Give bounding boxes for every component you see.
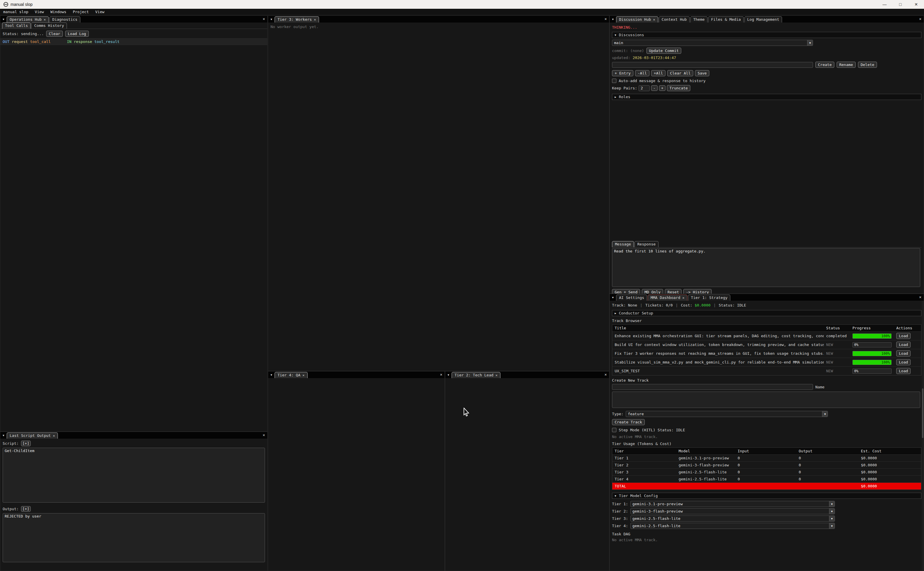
add-entry-button[interactable]: + Entry — [612, 70, 633, 76]
keep-pairs-input[interactable] — [639, 85, 650, 91]
tab-tier4-qa[interactable]: Tier 4: QA ✕ — [275, 372, 308, 378]
step-mode-checkbox[interactable] — [612, 428, 616, 432]
load-button[interactable]: Load — [896, 359, 910, 365]
dropdown-arrow-icon: ▼ — [829, 523, 835, 529]
close-icon[interactable]: ✕ — [919, 17, 921, 21]
save-button[interactable]: Save — [695, 70, 709, 76]
auto-add-checkbox[interactable] — [612, 79, 616, 83]
subtab-response[interactable]: Response — [634, 241, 659, 247]
step-mode-label: Step Mode (HITL) Status: IDLE — [619, 428, 685, 432]
scrollbar-thumb[interactable] — [922, 388, 923, 438]
minimize-button[interactable]: — — [877, 0, 892, 9]
discussion-name-input[interactable] — [612, 62, 813, 68]
close-icon[interactable]: ✕ — [53, 434, 55, 438]
tab-tier1-strategy[interactable]: Tier 1: Strategy — [688, 295, 730, 301]
menu-view-2[interactable]: View — [92, 10, 108, 14]
create-track-button[interactable]: Create Track — [612, 419, 645, 425]
load-button[interactable]: Load — [896, 333, 910, 339]
tier2-model-select[interactable]: gemini-3-flash-preview ▼ — [630, 508, 835, 514]
close-icon[interactable]: ✕ — [604, 372, 607, 377]
clear-button[interactable]: Clear — [46, 31, 63, 37]
discussions-collapsible-header[interactable]: ▼ Discussions — [612, 32, 921, 38]
close-icon[interactable]: ✕ — [604, 17, 607, 21]
tier4-model-select[interactable]: gemini-2.5-flash-lite ▼ — [630, 523, 835, 529]
truncate-button[interactable]: Truncate — [667, 85, 691, 91]
close-icon[interactable]: ✕ — [314, 17, 316, 22]
tab-diagnostics[interactable]: Diagnostics — [49, 16, 80, 23]
menu-project[interactable]: Project — [69, 10, 92, 14]
roles-collapsible-header[interactable]: ▶ Roles — [612, 94, 921, 100]
track-name-input[interactable] — [612, 384, 813, 390]
output-textarea[interactable]: REJECTED by user — [3, 513, 265, 562]
update-commit-button[interactable]: Update Commit — [647, 48, 682, 54]
dropdown-arrow-icon: ▼ — [807, 40, 813, 46]
tab-context-hub[interactable]: Context Hub — [659, 16, 690, 23]
close-icon[interactable]: ✕ — [919, 295, 921, 299]
delete-button[interactable]: Delete — [858, 62, 877, 68]
script-textarea[interactable]: Get-ChildItem — [3, 448, 265, 503]
window-menu-icon[interactable]: ▼ — [268, 373, 275, 377]
tab-tier2-tech-lead[interactable]: Tier 2: Tech Lead ✕ — [452, 372, 500, 378]
track-description-textarea[interactable] — [612, 392, 920, 408]
tab-discussion-hub[interactable]: Discussion Hub ✕ — [616, 16, 658, 23]
tab-mma-dashboard[interactable]: MMA Dashboard ✕ — [648, 295, 687, 301]
window-menu-icon[interactable]: ▼ — [610, 18, 616, 21]
close-button[interactable]: ✕ — [908, 0, 924, 9]
collapse-all-button[interactable]: -All — [635, 70, 649, 76]
tab-ai-settings[interactable]: AI Settings — [616, 295, 647, 301]
close-icon[interactable]: ✕ — [682, 296, 684, 300]
tab-log-management[interactable]: Log Management — [744, 16, 782, 23]
tier3-model-select[interactable]: gemini-2.5-flash-lite ▼ — [630, 515, 835, 522]
tab-operations-hub[interactable]: Operations Hub ✕ — [7, 16, 49, 23]
clear-all-button[interactable]: Clear All — [667, 70, 693, 76]
load-log-button[interactable]: Load Log — [65, 31, 89, 37]
track-type-select[interactable]: feature ▼ — [626, 411, 828, 417]
tier-model-config-header[interactable]: ▼ Tier Model Config — [612, 493, 921, 499]
load-button[interactable]: Load — [896, 350, 910, 356]
subtab-tool-calls[interactable]: Tool Calls — [2, 23, 31, 29]
tab-tier3-workers[interactable]: Tier 3: Workers ✕ — [275, 16, 319, 23]
discussion-select[interactable]: main ▼ — [612, 40, 813, 46]
close-icon[interactable]: ✕ — [44, 17, 46, 22]
tool-call-legend-row[interactable]: OUT request tool_call IN response tool_r… — [0, 38, 267, 45]
chevron-right-icon: ▶ — [614, 96, 616, 99]
type-label: Type: — [612, 412, 624, 416]
output-expand-button[interactable]: [+] — [21, 506, 31, 512]
subtab-comms-history[interactable]: Comms History — [31, 23, 67, 29]
mma-status-line: Track: None | Tickets: 0/0 | Cost: $0.00… — [612, 303, 921, 307]
load-button[interactable]: Load — [896, 342, 910, 348]
rename-button[interactable]: Rename — [837, 62, 856, 68]
conductor-setup-header[interactable]: ▶ Conductor Setup — [612, 310, 921, 316]
keep-pairs-minus-button[interactable]: - — [651, 85, 658, 91]
close-icon[interactable]: ✕ — [440, 372, 442, 377]
close-icon[interactable]: ✕ — [263, 433, 265, 437]
create-button[interactable]: Create — [815, 62, 834, 68]
keep-pairs-plus-button[interactable]: + — [659, 85, 665, 91]
tab-files-media[interactable]: Files & Media — [708, 16, 744, 23]
commit-label: commit: (none) — [612, 48, 644, 53]
track-browser-label: Track Browser — [612, 318, 921, 323]
window-menu-icon[interactable]: ▼ — [0, 18, 7, 21]
menu-windows[interactable]: Windows — [47, 10, 69, 14]
window-menu-icon[interactable]: ▼ — [610, 296, 616, 299]
menu-view[interactable]: View — [32, 10, 47, 14]
scrollbar[interactable] — [922, 301, 924, 571]
script-expand-button[interactable]: [+] — [21, 441, 31, 446]
close-icon[interactable]: ✕ — [496, 373, 497, 377]
subtab-message[interactable]: Message — [612, 241, 634, 247]
menu-manual-slop[interactable]: manual slop — [0, 10, 32, 14]
close-icon[interactable]: ✕ — [263, 17, 265, 21]
expand-all-button[interactable]: +All — [651, 70, 665, 76]
load-button[interactable]: Load — [896, 368, 910, 374]
close-icon[interactable]: ✕ — [302, 373, 304, 377]
tab-theme[interactable]: Theme — [690, 16, 708, 23]
tab-last-script-output[interactable]: Last Script Output ✕ — [7, 432, 58, 438]
window-menu-icon[interactable]: ▼ — [268, 18, 275, 21]
window-menu-icon[interactable]: ▼ — [0, 434, 7, 437]
message-textarea[interactable]: Read the first 10 lines of aggregate.py. — [612, 248, 920, 287]
tier1-model-select[interactable]: gemini-3.1-pro-preview ▼ — [630, 501, 835, 507]
close-icon[interactable]: ✕ — [653, 17, 655, 22]
task-dag-label: Task DAG — [612, 532, 921, 536]
window-menu-icon[interactable]: ▼ — [445, 373, 452, 377]
maximize-button[interactable]: □ — [892, 0, 908, 9]
